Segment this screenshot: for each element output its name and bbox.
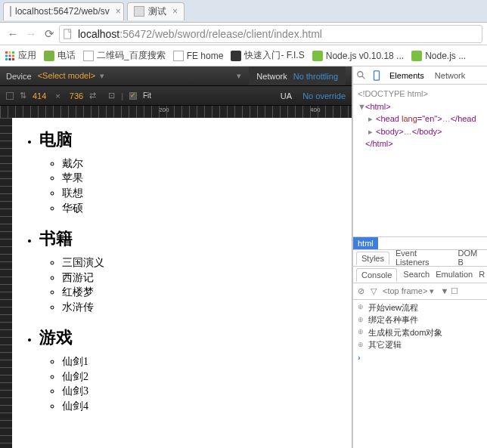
back-button[interactable]: ← bbox=[5, 26, 21, 42]
svg-rect-12 bbox=[374, 70, 380, 79]
category-item: 电脑戴尔苹果联想华硕 bbox=[39, 128, 344, 215]
close-icon[interactable]: × bbox=[172, 6, 178, 17]
clear-icon[interactable]: ⊘ bbox=[358, 286, 364, 296]
bookmark-icon bbox=[44, 51, 54, 61]
svg-rect-9 bbox=[12, 58, 14, 60]
bookmark-icon bbox=[312, 51, 323, 61]
expand-icon[interactable]: ⊕ bbox=[358, 315, 365, 326]
console-log-line: ⊕生成根元素dom对象 bbox=[358, 326, 483, 339]
device-toolbar: Device <Select model>▾ ▾ Network No thro… bbox=[0, 66, 352, 86]
expand-icon[interactable]: ⊕ bbox=[358, 302, 365, 313]
browser-tab-bar: localhost:56472/web/sv × 测试 × bbox=[0, 0, 487, 23]
apps-button[interactable]: 应用 bbox=[5, 49, 36, 62]
bookmark-icon bbox=[173, 51, 184, 61]
fit-label: Fit bbox=[143, 91, 151, 100]
page-content: 电脑戴尔苹果联想华硕书籍三国演义西游记红楼梦水浒传游戏仙剑1仙剑2仙剑3仙剑4 bbox=[12, 118, 352, 448]
svg-rect-3 bbox=[12, 51, 14, 54]
page-icon bbox=[63, 29, 73, 39]
list-item: 仙剑4 bbox=[62, 399, 344, 414]
svg-rect-5 bbox=[9, 54, 11, 57]
list-item: 戴尔 bbox=[62, 156, 344, 171]
tab-console[interactable]: Console bbox=[356, 268, 397, 282]
bookmark-icon bbox=[83, 51, 94, 61]
list-item: 华硕 bbox=[62, 201, 344, 216]
svg-rect-8 bbox=[9, 58, 11, 60]
fit-checkbox[interactable] bbox=[129, 92, 137, 100]
bookmark-icon bbox=[411, 51, 422, 61]
svg-point-10 bbox=[358, 71, 363, 76]
tab-styles[interactable]: Styles bbox=[356, 252, 389, 265]
category-title: 游戏 bbox=[39, 326, 344, 350]
tab-rendering[interactable]: R bbox=[479, 270, 485, 279]
breadcrumb-item[interactable]: html bbox=[353, 237, 378, 249]
device-dimensions-bar: ⇅ 414 × 736 ⇄ ⊡ | Fit UA No override bbox=[0, 86, 352, 106]
console-log-line: ⊕开始view流程 bbox=[358, 301, 483, 314]
breadcrumb-bar: html bbox=[353, 236, 487, 250]
favicon bbox=[134, 6, 144, 17]
width-input[interactable]: 414 bbox=[33, 91, 46, 100]
bookmark-item[interactable]: 快速入门- F.I.S bbox=[231, 49, 304, 62]
preserve-log-checkbox[interactable]: ▼ ☐ bbox=[440, 286, 458, 296]
height-input[interactable]: 736 bbox=[70, 91, 83, 100]
bookmark-item[interactable]: 二维码_百度搜索 bbox=[83, 49, 166, 62]
swap-icon[interactable]: ⇅ bbox=[20, 91, 26, 100]
url-input[interactable]: localhost:56472/web/sword/release/client… bbox=[59, 25, 482, 43]
network-select[interactable]: No throttling bbox=[293, 72, 338, 81]
list-item: 西游记 bbox=[62, 270, 344, 286]
svg-rect-4 bbox=[5, 54, 8, 57]
category-title: 书籍 bbox=[39, 227, 344, 251]
tab-emulation[interactable]: Emulation bbox=[436, 270, 473, 279]
console-toolbar: ⊘ ▽ <top frame> ▾ ▼ ☐ bbox=[353, 283, 487, 300]
devtools-tabs: Elements Network bbox=[353, 66, 487, 85]
close-icon[interactable]: × bbox=[116, 6, 121, 17]
reload-button[interactable]: ⟳ bbox=[41, 26, 57, 42]
list-item: 联想 bbox=[62, 186, 344, 201]
svg-rect-0 bbox=[64, 29, 71, 38]
network-label: Network bbox=[256, 72, 287, 81]
ruler-vertical bbox=[0, 118, 12, 448]
list-item: 苹果 bbox=[62, 171, 344, 186]
bookmark-icon bbox=[231, 51, 241, 61]
search-icon[interactable] bbox=[356, 70, 367, 81]
bookmark-item[interactable]: Node.js v0.10.18 ... bbox=[312, 51, 404, 61]
favicon bbox=[10, 6, 11, 17]
filter-icon[interactable]: ▽ bbox=[371, 286, 377, 296]
swap-icon[interactable]: ⇄ bbox=[89, 91, 96, 100]
bookmark-item[interactable]: FE home bbox=[173, 51, 224, 61]
bookmark-item[interactable]: Node.js ... bbox=[411, 51, 466, 61]
checkbox[interactable] bbox=[6, 92, 14, 100]
device-select[interactable]: <Select model>▾ bbox=[38, 71, 104, 81]
tab-search[interactable]: Search bbox=[403, 270, 430, 279]
expand-icon[interactable]: ⊕ bbox=[358, 327, 365, 338]
tab-event-listeners[interactable]: Event Listeners bbox=[395, 249, 452, 267]
tab-elements[interactable]: Elements bbox=[386, 71, 427, 80]
frame-select[interactable]: <top frame> ▾ bbox=[383, 286, 434, 296]
device-icon[interactable] bbox=[371, 70, 382, 81]
device-viewport: Device <Select model>▾ ▾ Network No thro… bbox=[0, 66, 352, 448]
category-item: 书籍三国演义西游记红楼梦水浒传 bbox=[39, 227, 344, 314]
console-output[interactable]: ⊕开始view流程⊕绑定各种事件⊕生成根元素dom对象⊕其它逻辑 › bbox=[353, 300, 487, 449]
url-host: localhost bbox=[78, 28, 119, 40]
tab-network[interactable]: Network bbox=[432, 71, 468, 80]
main-area: Device <Select model>▾ ▾ Network No thro… bbox=[0, 66, 487, 448]
list-item: 仙剑1 bbox=[62, 354, 344, 369]
category-item: 游戏仙剑1仙剑2仙剑3仙剑4 bbox=[39, 326, 344, 413]
expand-icon[interactable]: ⊕ bbox=[358, 340, 365, 351]
browser-tab-1[interactable]: localhost:56472/web/sv × bbox=[3, 2, 124, 20]
styles-tabs: Styles Event Listeners DOM B bbox=[353, 250, 487, 267]
forward-button[interactable]: → bbox=[23, 26, 39, 42]
bookmark-item[interactable]: 电话 bbox=[44, 49, 76, 62]
tab-dom-breakpoints[interactable]: DOM B bbox=[458, 249, 485, 267]
console-log-line: ⊕其它逻辑 bbox=[358, 338, 483, 351]
zoom-icon[interactable]: ⊡ bbox=[108, 91, 115, 100]
console-log-line: ⊕绑定各种事件 bbox=[358, 314, 483, 326]
svg-rect-6 bbox=[12, 54, 14, 57]
browser-tab-2[interactable]: 测试 × bbox=[127, 2, 185, 20]
chevron-down-icon[interactable]: ▾ bbox=[237, 71, 241, 81]
ua-select[interactable]: No override bbox=[302, 91, 346, 100]
ruler-horizontal: 200 400 bbox=[0, 106, 352, 118]
svg-rect-7 bbox=[5, 58, 8, 60]
list-item: 红楼梦 bbox=[62, 285, 344, 300]
dom-tree[interactable]: <!DOCTYPE html> ▼<html> ▸<head lang="en"… bbox=[353, 85, 487, 236]
browser-nav-bar: ← → ⟳ localhost:56472/web/sword/release/… bbox=[0, 23, 487, 45]
